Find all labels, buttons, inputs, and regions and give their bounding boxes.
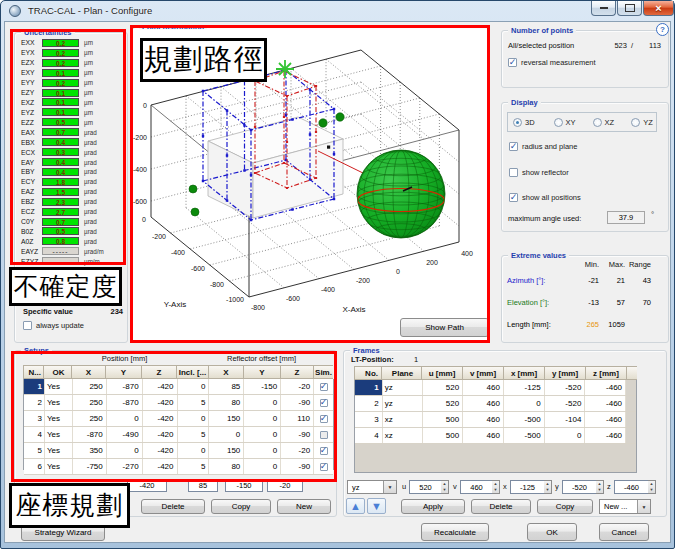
uncertainty-row: B0Z 0.5 µrad (14, 227, 127, 237)
y-field[interactable]: -520 (562, 480, 597, 494)
frames-copy-button[interactable]: Copy (537, 499, 593, 514)
uncertainty-value-field[interactable]: 0.2 (42, 39, 79, 47)
sim-checkbox[interactable] (320, 431, 328, 439)
all-positions-value: 523 (614, 41, 627, 50)
radio-xz-control[interactable] (593, 118, 602, 127)
uncertainty-value-field[interactable]: 0.2 (42, 49, 79, 57)
uncertainty-row: EAYZ ----- µrad/m (14, 246, 127, 256)
extreme-values-label: Extreme values (508, 251, 569, 260)
uncertainty-unit: µm (84, 89, 93, 96)
u-field[interactable]: 520 (409, 480, 442, 494)
y-spinner[interactable]: ▲▼ (596, 480, 604, 494)
radio-3d[interactable]: 3D (513, 118, 535, 127)
help-icon[interactable]: ? (656, 23, 669, 36)
reversal-measurement-checkbox[interactable] (508, 58, 517, 67)
frames-new-dropdown[interactable]: New ...▼ (599, 499, 651, 514)
frames-table-row[interactable]: 1 yz 520 460 -125 -520 -460 (355, 380, 636, 396)
uncertainty-row: EBY 0.4 µrad (14, 167, 127, 177)
u-spinner[interactable]: ▲▼ (441, 480, 449, 494)
sim-checkbox[interactable] (320, 383, 328, 391)
svg-text:-200: -200 (356, 277, 370, 284)
move-up-button[interactable]: ▲ (346, 498, 365, 514)
radio-xy-control[interactable] (554, 118, 563, 127)
frames-table-row[interactable]: 3 xz 500 460 -500 -104 -460 (355, 412, 636, 428)
setups-table: 1 Yes 250 -870 -420 0 85 -150 -20 2 Yes … (23, 379, 334, 470)
sim-checkbox[interactable] (320, 399, 328, 407)
show-reflector-checkbox[interactable] (509, 168, 518, 177)
uncertainty-value-field[interactable]: ----- (42, 257, 79, 265)
uncertainty-value-field[interactable]: 0.1 (42, 69, 79, 77)
uncertainty-value-field[interactable]: ----- (42, 247, 79, 255)
setups-edit-ry[interactable]: -150 (225, 479, 263, 492)
uncertainty-row: EZZ 0.5 µm (14, 117, 127, 127)
setups-copy-button[interactable]: Copy (211, 499, 271, 514)
uncertainty-value-field[interactable]: 0.4 (42, 168, 79, 176)
uncertainty-value-field[interactable]: 2.3 (42, 198, 79, 206)
frames-panel-label: Frames (350, 346, 383, 355)
uncertainty-value-field[interactable]: 0.1 (42, 89, 79, 97)
radius-plane-checkbox[interactable] (509, 142, 518, 151)
uncertainty-value-field[interactable]: 1.8 (42, 178, 79, 186)
radio-xy[interactable]: XY (554, 118, 576, 127)
setups-edit-z[interactable]: -420 (127, 479, 167, 492)
setups-new-button[interactable]: New (277, 499, 331, 514)
radio-yz-control[interactable] (631, 118, 640, 127)
show-path-button[interactable]: Show Path (400, 318, 489, 337)
setups-table-row[interactable]: 5 Yes 350 0 -420 0 150 0 -20 (24, 443, 333, 459)
uncertainty-value-field[interactable]: 0.1 (42, 108, 79, 116)
uncertainty-value-field[interactable]: 0.1 (42, 98, 79, 106)
frames-table-row[interactable]: 4 xz 500 460 -500 0 -460 (355, 428, 636, 444)
radio-yz[interactable]: YZ (631, 118, 653, 127)
maximize-button[interactable] (617, 1, 642, 16)
title-bar[interactable]: TRAC-CAL - Plan - Configure × (1, 1, 674, 21)
uncertainty-value-field[interactable]: 0.7 (42, 218, 79, 226)
uncertainty-row: EAY 0.4 µrad (14, 157, 127, 167)
frames-delete-button[interactable]: Delete (471, 499, 531, 514)
move-down-button[interactable]: ▼ (367, 498, 386, 514)
minimize-button[interactable] (591, 1, 616, 16)
show-all-positions-checkbox[interactable] (509, 193, 518, 202)
setups-table-row[interactable]: 6 Yes -750 -270 -420 5 80 0 -90 (24, 459, 333, 475)
sim-checkbox[interactable] (320, 447, 328, 455)
radio-xz[interactable]: XZ (593, 118, 615, 127)
uncertainty-name: EAY (14, 159, 42, 166)
setups-delete-button[interactable]: Delete (141, 499, 205, 514)
x-spinner[interactable]: ▲▼ (544, 480, 552, 494)
sphere (357, 150, 445, 238)
setups-table-row[interactable]: 1 Yes 250 -870 -420 0 85 -150 -20 (24, 379, 333, 395)
uncertainty-value-field[interactable]: 0.5 (42, 227, 79, 235)
sim-checkbox[interactable] (320, 415, 328, 423)
reflector-group-header: Reflector offset [mm] (209, 354, 314, 363)
uncertainty-value-field[interactable]: 0.2 (42, 59, 79, 67)
uncertainty-value-field[interactable]: 0.3 (42, 148, 79, 156)
uncertainty-value-field[interactable]: 0.4 (42, 138, 79, 146)
v-spinner[interactable]: ▲▼ (492, 480, 500, 494)
uncertainty-value-field[interactable]: 0.8 (42, 237, 79, 245)
cancel-button[interactable]: Cancel (599, 523, 649, 541)
uncertainty-value-field[interactable]: 0.2 (42, 79, 79, 87)
setups-table-row[interactable]: 2 Yes 250 -870 -420 5 80 0 -90 (24, 395, 333, 411)
uncertainty-value-field[interactable]: 2.7 (42, 208, 79, 216)
setups-edit-rx[interactable]: 85 (188, 479, 218, 492)
ok-button[interactable]: OK (527, 523, 577, 541)
recalculate-button[interactable]: Recalculate (421, 523, 489, 541)
always-update-checkbox[interactable] (23, 321, 32, 330)
v-field[interactable]: 460 (460, 480, 493, 494)
frames-table-row[interactable]: 2 yz 520 460 0 -520 -460 (355, 396, 636, 412)
x-field[interactable]: -125 (510, 480, 545, 494)
frames-apply-button[interactable]: Apply (401, 499, 465, 514)
z-spinner[interactable]: ▲▼ (648, 480, 656, 494)
radio-3d-control[interactable] (513, 118, 522, 127)
setups-edit-rz[interactable]: -20 (267, 479, 303, 492)
uncertainty-value-field[interactable]: 0.7 (42, 128, 79, 136)
setups-table-row[interactable]: 3 Yes 250 0 -420 0 150 0 110 (24, 411, 333, 427)
uncertainty-value-field[interactable]: 1.5 (42, 188, 79, 196)
uncertainty-value-field[interactable]: 0.5 (42, 118, 79, 126)
plane-dropdown[interactable]: yz▼ (347, 480, 397, 494)
uncertainty-value-field[interactable]: 0.4 (42, 158, 79, 166)
z-field[interactable]: -460 (614, 480, 649, 494)
close-button[interactable]: × (643, 1, 674, 16)
show-all-positions-row: show all positions (509, 193, 581, 202)
setups-table-row[interactable]: 4 Yes -870 -490 -420 5 0 0 -90 (24, 427, 333, 443)
sim-checkbox[interactable] (320, 463, 328, 471)
